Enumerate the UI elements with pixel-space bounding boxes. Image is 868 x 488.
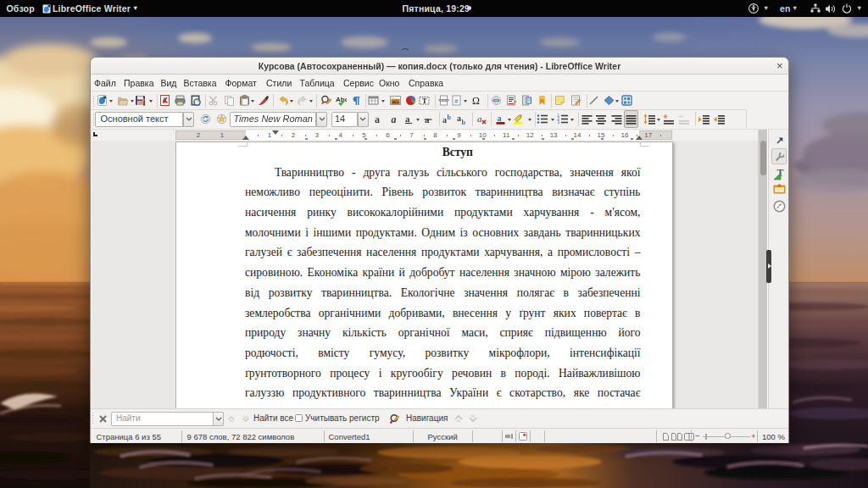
svg-text:a: a (442, 115, 447, 125)
svg-text:Ω: Ω (472, 95, 480, 106)
svg-text:#: # (454, 97, 459, 105)
svg-text:a: a (477, 114, 482, 124)
svg-text:b: b (462, 119, 466, 125)
svg-text:b: b (447, 114, 451, 121)
svg-text:a: a (405, 114, 410, 124)
svg-text:a: a (391, 114, 396, 125)
svg-text:a: a (457, 114, 461, 123)
svg-text:T: T (422, 97, 427, 105)
svg-text:a: a (375, 114, 380, 125)
svg-text:Abc: Abc (336, 96, 347, 103)
svg-text:a: a (497, 114, 501, 123)
svg-text:3: 3 (558, 120, 560, 125)
